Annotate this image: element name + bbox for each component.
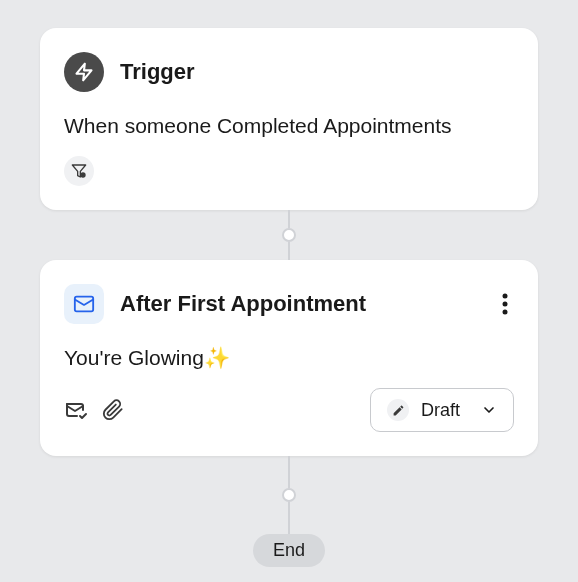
action-footer: Draft bbox=[64, 388, 514, 432]
trigger-card[interactable]: Trigger When someone Completed Appointme… bbox=[40, 28, 538, 210]
attachment-icon bbox=[102, 399, 124, 421]
connector-2 bbox=[282, 456, 296, 534]
action-header: After First Appointment bbox=[64, 284, 514, 324]
trigger-header: Trigger bbox=[64, 52, 514, 92]
pencil-icon bbox=[387, 399, 409, 421]
action-card[interactable]: After First Appointment You're Glowing✨ bbox=[40, 260, 538, 456]
mail-check-icon bbox=[64, 398, 88, 422]
status-select[interactable]: Draft bbox=[370, 388, 514, 432]
action-title: After First Appointment bbox=[120, 291, 480, 317]
status-label: Draft bbox=[421, 400, 469, 421]
svg-marker-0 bbox=[77, 64, 92, 81]
svg-point-6 bbox=[503, 310, 508, 315]
mail-icon bbox=[64, 284, 104, 324]
svg-point-5 bbox=[503, 302, 508, 307]
more-button[interactable] bbox=[496, 287, 514, 321]
svg-point-4 bbox=[503, 294, 508, 299]
lightning-icon bbox=[64, 52, 104, 92]
action-body: You're Glowing✨ bbox=[64, 346, 514, 370]
trigger-title: Trigger bbox=[120, 59, 514, 85]
connector-1 bbox=[282, 210, 296, 260]
filter-icon bbox=[64, 156, 94, 186]
trigger-description: When someone Completed Appointments bbox=[64, 114, 514, 138]
end-pill: End bbox=[253, 534, 325, 567]
trigger-footer bbox=[64, 156, 514, 186]
svg-point-2 bbox=[81, 173, 85, 177]
end-label: End bbox=[273, 540, 305, 560]
chevron-down-icon bbox=[481, 402, 497, 418]
